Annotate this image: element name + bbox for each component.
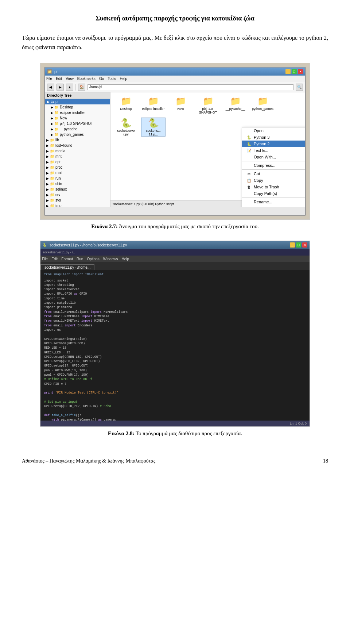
python3-icon: 🐍 (246, 135, 252, 139)
editor-close-button[interactable]: × (302, 242, 307, 248)
cut-icon: ✂ (246, 172, 252, 176)
copy-icon: 📋 (246, 179, 252, 183)
editor-menu-run[interactable]: Run (77, 257, 83, 261)
eclipse-label: eclipse-installer (142, 107, 164, 111)
pi4j-label: pi4j-1.0-SNAPSHOT (196, 107, 220, 114)
sidebar-item-opt[interactable]: ▶ 📁 opt (45, 159, 110, 165)
sidebar-item-lib[interactable]: ▶ 📁 lib (45, 137, 110, 143)
search-button[interactable]: 🔍 (296, 84, 303, 91)
socket2-label: socke ts... 11.p... (141, 129, 165, 136)
caption-1-bold: Εικόνα 2.7: (91, 223, 118, 229)
sidebar-item-lost[interactable]: ▶ 📁 lost+found (45, 143, 110, 148)
sidebar-item-sys[interactable]: ▶ 📁 sys (45, 198, 110, 203)
editor-tab-1[interactable]: socketserver11.py - /home... (40, 264, 94, 270)
menu-help[interactable]: Help (120, 77, 128, 81)
menu-tools[interactable]: Tools (108, 77, 116, 81)
maximize-button[interactable]: □ (292, 69, 297, 74)
sidebar-item-pycache[interactable]: ▶ 📁 __pycache__ (45, 126, 110, 132)
file-pygames[interactable]: 📁 python_games (251, 96, 275, 114)
sidebar-item-selinux[interactable]: ▶ 📁 selinux (45, 187, 110, 192)
sidebar-item-root[interactable]: ▶ 📁 root (45, 170, 110, 176)
home-button[interactable]: 🏠 (78, 84, 85, 91)
editor-menu-windows[interactable]: Windows (103, 257, 118, 261)
editor-content[interactable]: from imaplient import IMAPClient import … (40, 270, 310, 426)
address-bar[interactable]: /home/pi (88, 84, 293, 90)
file-eclipse[interactable]: 📁 eclipse-installer (141, 96, 165, 114)
ctx-rename[interactable]: Rename... (242, 199, 305, 205)
up-button[interactable]: ▲ (66, 84, 73, 91)
menu-edit[interactable]: Edit (56, 77, 62, 81)
editor-maximize-button[interactable]: □ (296, 242, 301, 248)
fm-app-icon: 📁 (47, 69, 52, 74)
ctx-trash[interactable]: 🗑 Move to Trash (242, 184, 305, 190)
fm-main-area: 📁 Desktop 📁 eclipse-installer 📁 New (110, 92, 305, 207)
minimize-button[interactable]: _ (285, 69, 291, 74)
ctx-copy[interactable]: 📋 Copy (242, 177, 305, 184)
pygames-folder-icon: 📁 (257, 96, 268, 106)
ctx-textedit[interactable]: 📝 Text E... (242, 147, 305, 154)
editor-path-tab: socketserver11.py - /.. (43, 250, 75, 254)
socket2-icon: 🐍 (148, 118, 159, 128)
sidebar-item-run[interactable]: ▶ 📁 run (45, 176, 110, 181)
sidebar-item-desktop[interactable]: ▶ 📁 Desktop (45, 104, 110, 110)
ctx-python3[interactable]: 🐍 Python 3 (242, 134, 305, 141)
sidebar-item-pi[interactable]: ▶ 🗂 pi (45, 99, 110, 104)
desktop-folder-icon: 📁 (121, 96, 132, 106)
sidebar-item-new[interactable]: ▶ 📁 New (45, 115, 110, 121)
file-socketserve1[interactable]: 🐍 socketserve r.py (114, 118, 138, 136)
footer-page-number: 18 (323, 458, 328, 464)
editor-menu-edit[interactable]: Edit (51, 257, 58, 261)
ctx-openwith[interactable]: Open With... (242, 154, 305, 160)
ctx-sep-3 (242, 198, 305, 198)
close-button[interactable]: × (298, 69, 303, 74)
caption-1: Εικόνα 2.7: Άνοιγμα του προγράμματός μας… (22, 223, 328, 230)
caption-2: Εικόνα 2.8: Το πρόγραμμά μας διαθέσιμο π… (22, 430, 328, 437)
fm-title: pi (54, 69, 285, 74)
ctx-compress[interactable]: Compress... (242, 162, 305, 169)
editor-menu-file[interactable]: File (42, 257, 48, 261)
ctx-cut[interactable]: ✂ Cut (242, 170, 305, 177)
editor-minimize-button[interactable]: _ (290, 242, 295, 248)
desktop-label: Desktop (120, 107, 132, 111)
sidebar-item-proc[interactable]: ▶ 📁 proc (45, 165, 110, 170)
menu-file[interactable]: File (46, 77, 52, 81)
sidebar-item-eclipse[interactable]: ▶ 📁 eclipse-installer (45, 110, 110, 115)
sidebar-item-pygames[interactable]: ▶ 📁 python_games (45, 132, 110, 137)
back-button[interactable]: ◀ (47, 84, 54, 91)
socket1-icon: 🐍 (121, 118, 132, 128)
menu-view[interactable]: View (66, 77, 74, 81)
editor-menu-help[interactable]: Help (121, 257, 129, 261)
ctx-copypath[interactable]: Copy Path(s) (242, 190, 305, 197)
file-new[interactable]: 📁 New (169, 96, 192, 114)
editor-menu-options[interactable]: Options (87, 257, 99, 261)
file-pi4j[interactable]: 📁 pi4j-1.0-SNAPSHOT (196, 96, 220, 114)
file-desktop[interactable]: 📁 Desktop (114, 96, 138, 114)
page-title: Συσκευή αυτόματης παροχής τροφής για κατ… (22, 15, 328, 22)
sidebar-item-sbin[interactable]: ▶ 📁 sbin (45, 181, 110, 187)
sidebar-item-tmp[interactable]: ▶ 📁 tmp (45, 203, 110, 207)
pycache-folder-icon: 📁 (230, 96, 241, 106)
editor-menu-format[interactable]: Format (61, 257, 73, 261)
new-label: New (177, 107, 184, 111)
sidebar-item-srv[interactable]: ▶ 📁 srv (45, 192, 110, 198)
ctx-sep-2 (242, 169, 305, 170)
fm-body: Directory Tree ▶ 🗂 pi ▶ 📁 Desktop ▶ 📁 (45, 92, 305, 207)
file-pycache[interactable]: 📁 __pycache__ (223, 96, 247, 114)
sidebar-item-media[interactable]: ▶ 📁 media (45, 148, 110, 154)
editor-statusbar: Ln: 1 Col: 0 (40, 421, 310, 426)
menu-bookmarks[interactable]: Bookmarks (77, 77, 96, 81)
ctx-python2[interactable]: 🐍 Python 2 ▶ (242, 141, 305, 147)
forward-button[interactable]: ▶ (57, 84, 64, 91)
paragraph-1: Τώρα είμαστε έτοιμοι να ανοίξουμε το πρό… (22, 33, 328, 52)
ctx-open[interactable]: Open (242, 127, 305, 134)
sidebar-item-mnt[interactable]: ▶ 📁 mnt (45, 154, 110, 159)
pygames-label: python_games (252, 107, 273, 111)
menu-go[interactable]: Go (99, 77, 104, 81)
fm-toolbar: ◀ ▶ ▲ 🏠 /home/pi 🔍 (45, 82, 305, 92)
socket1-label: socketserve r.py (114, 129, 138, 136)
trash-icon: 🗑 (246, 185, 252, 189)
editor-status-text: Ln: 1 Col: 0 (290, 422, 307, 425)
fm-titlebar: 📁 pi _ □ × (45, 68, 305, 76)
file-socketserve2[interactable]: 🐍 socke ts... 11.p... (141, 118, 165, 136)
sidebar-item-pi4j[interactable]: ▶ 📁 pi4j-1.0-SNAPSHOT (45, 121, 110, 126)
